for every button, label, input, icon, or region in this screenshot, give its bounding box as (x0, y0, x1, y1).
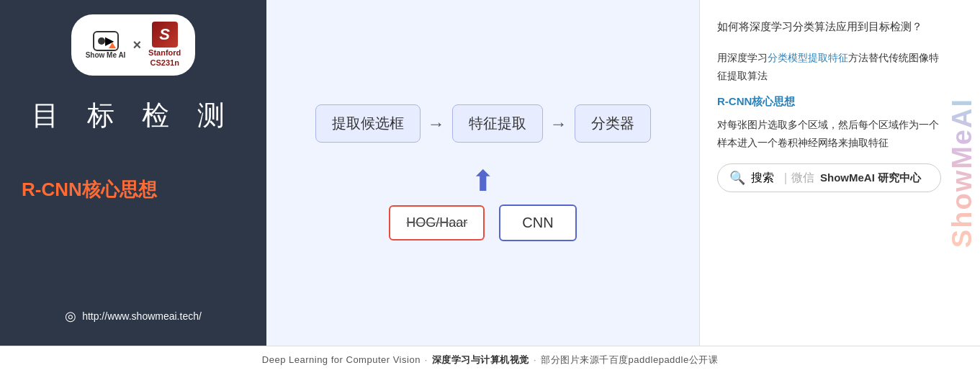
diagram-area: 提取候选框 → 特征提取 → 分类器 ⬆ HOG/Haar CNN (266, 0, 699, 346)
cross-symbol: × (132, 37, 141, 53)
stanford-text: StanfordCS231n (148, 48, 181, 68)
search-bar[interactable]: 🔍 搜索 ｜微信 ShowMeAI 研究中心 (717, 163, 941, 192)
search-brand: ShowMeAI 研究中心 (820, 171, 921, 185)
footer-dot1: · (425, 354, 428, 365)
description-text: 用深度学习分类模型提取特征方法替代传统图像特征提取算法 (717, 49, 941, 85)
arrow-up: ⬆ (471, 164, 495, 197)
logo-triangle (109, 42, 116, 48)
footer-text1: Deep Learning for Computer Vision (262, 354, 421, 365)
subtitle-label: R-CNN核心思想 (14, 177, 157, 202)
website-row: ◎ http://www.showmeai.tech/ (65, 308, 202, 331)
search-label: 搜索 (751, 171, 774, 186)
stanford-s-icon: S (152, 22, 178, 48)
search-icon: 🔍 (729, 170, 745, 186)
footer-text3: 部分图片来源千百度paddlepaddle公开课 (541, 354, 718, 367)
website-icon: ◎ (65, 308, 76, 324)
logo-area: ▶ Show Me AI × S StanfordCS231n (71, 14, 196, 76)
bottom-boxes: HOG/Haar CNN (389, 205, 576, 241)
box-hog-haar: HOG/Haar (389, 205, 485, 241)
showmeai-text: Show Me AI (86, 51, 126, 59)
rcnn-description: 对每张图片选取多个区域，然后每个区域作为一个样本进入一个卷积神经网络来抽取特征 (717, 116, 941, 152)
showmeai-logo: ▶ Show Me AI (86, 31, 126, 59)
footer-dot2: · (534, 354, 536, 365)
rcnn-title: R-CNN核心思想 (717, 95, 941, 109)
flow-box-extract: 提取候选框 (315, 104, 421, 143)
right-content: 如何将深度学习分类算法应用到目标检测？ 用深度学习分类模型提取特征方法替代传统图… (717, 17, 963, 334)
flow-box-feature: 特征提取 (452, 104, 543, 143)
website-url: http://www.showmeai.tech/ (82, 310, 202, 322)
desc-highlight: 分类模型提取特征 (768, 52, 848, 63)
footer-text2: 深度学习与计算机视觉 (432, 354, 529, 367)
footer: Deep Learning for Computer Vision · 深度学习… (0, 346, 980, 373)
page-title: 目 标 检 测 (32, 97, 235, 134)
flow-box-classifier: 分类器 (575, 104, 651, 143)
sidebar: ▶ Show Me AI × S StanfordCS231n 目 标 检 测 … (0, 0, 266, 346)
desc-plain1: 用深度学习 (717, 52, 768, 63)
showmeai-icon: ▶ (93, 31, 119, 51)
question-text: 如何将深度学习分类算法应用到目标检测？ (717, 17, 941, 36)
stanford-logo: S StanfordCS231n (148, 22, 181, 68)
box-cnn: CNN (499, 205, 576, 241)
search-divider: ｜微信 (780, 171, 814, 186)
right-panel: ShowMeAI 如何将深度学习分类算法应用到目标检测？ 用深度学习分类模型提取… (699, 0, 980, 346)
flow-arrow-1: → (428, 114, 445, 134)
flow-row: 提取候选框 → 特征提取 → 分类器 (315, 104, 651, 143)
flow-arrow-2: → (550, 114, 567, 134)
